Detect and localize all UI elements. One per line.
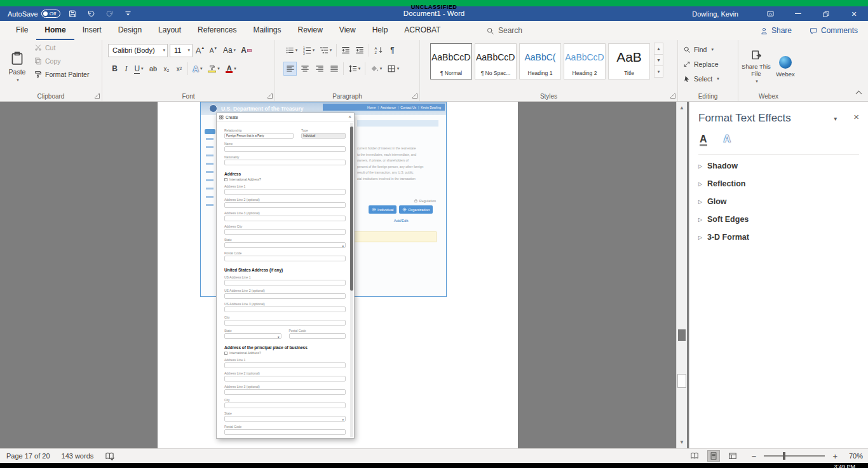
sort-button[interactable] [372, 43, 386, 57]
modal-scrollbar[interactable] [350, 123, 353, 437]
tab-mailings[interactable]: Mailings [245, 21, 289, 40]
glow-expander[interactable]: ▷ Glow [689, 193, 868, 210]
style-normal[interactable]: AaBbCcDc ¶ Normal [430, 43, 472, 79]
increase-indent-button[interactable] [353, 43, 366, 57]
select-button[interactable]: Select [683, 75, 719, 83]
add-edit-link[interactable]: Add/Edit [369, 219, 433, 223]
scroll-up-arrow[interactable]: ▲ [677, 105, 687, 111]
us-line2-input[interactable] [224, 293, 346, 299]
nav-contact-us[interactable]: Contact Us [396, 106, 416, 109]
replace-button[interactable]: Replace [683, 60, 719, 68]
style-heading-2[interactable]: AaBbCcD Heading 2 [564, 43, 606, 79]
tab-design[interactable]: Design [110, 21, 150, 40]
zoom-out-button[interactable]: − [752, 451, 757, 461]
zoom-slider-thumb[interactable] [783, 452, 785, 460]
font-color-button[interactable]: A [223, 62, 239, 76]
principal-city-input[interactable] [224, 403, 346, 408]
tab-home[interactable]: Home [36, 21, 74, 40]
address-line1-input[interactable] [224, 189, 346, 195]
borders-button[interactable] [385, 62, 401, 76]
address-line2-input[interactable] [224, 202, 346, 208]
clear-formatting-button[interactable]: A [240, 43, 253, 57]
nationality-input[interactable] [224, 160, 346, 165]
tab-view[interactable]: View [331, 21, 364, 40]
scroll-down-arrow[interactable]: ▼ [677, 439, 687, 445]
taskbar[interactable]: 3:49 PM [0, 463, 868, 468]
us-postal-input[interactable] [289, 333, 346, 339]
styles-scroll-up-button[interactable]: ▲ [654, 43, 663, 55]
name-input[interactable] [224, 146, 346, 152]
document-scrollbar[interactable]: ▲ ▼ [676, 102, 687, 448]
web-layout-button[interactable] [726, 450, 739, 462]
signed-in-user[interactable]: Dowling, Kevin [692, 10, 738, 18]
webex-button[interactable]: Webex [774, 43, 797, 91]
format-painter-button[interactable]: Format Painter [34, 71, 89, 78]
us-state-select[interactable] [224, 333, 281, 339]
organization-button[interactable]: Organization [399, 205, 433, 214]
word-count[interactable]: 143 words [62, 452, 94, 460]
nav-user[interactable]: Kevin Dowling [416, 106, 441, 109]
text-fill-outline-icon[interactable]: A [700, 134, 707, 146]
nav-assistance[interactable]: Assistance [376, 106, 396, 109]
us-line1-input[interactable] [224, 280, 346, 286]
paste-button[interactable]: Paste [4, 43, 31, 91]
styles-dialog-launcher[interactable] [670, 93, 675, 99]
shrink-font-button[interactable]: A▼ [208, 43, 219, 57]
zoom-slider[interactable] [764, 455, 825, 457]
minimize-button[interactable] [784, 6, 812, 21]
tab-file[interactable]: File [8, 21, 36, 40]
font-size-combo[interactable]: 11 [170, 44, 193, 57]
bullets-button[interactable] [283, 43, 299, 57]
us-city-input[interactable] [224, 320, 346, 326]
tab-insert[interactable]: Insert [74, 21, 110, 40]
principal-postal-input[interactable] [224, 429, 346, 435]
ribbon-display-options-button[interactable] [756, 6, 784, 21]
text-effects-button[interactable]: A [191, 62, 205, 76]
underline-button[interactable]: U [132, 62, 146, 76]
relationship-select[interactable]: Foreign Person that is a Party [224, 133, 294, 139]
scrollbar-thumb[interactable] [677, 374, 686, 388]
comments-button[interactable]: Comments [810, 26, 858, 35]
style-title[interactable]: AaB Title [608, 43, 650, 79]
align-center-button[interactable] [298, 62, 311, 76]
align-left-button[interactable] [283, 62, 297, 76]
find-button[interactable]: Find [683, 46, 714, 53]
principal-line2-input[interactable] [224, 376, 346, 382]
nav-home[interactable]: Home [367, 106, 376, 109]
italic-button[interactable]: I [121, 62, 131, 76]
us-line3-input[interactable] [224, 306, 346, 312]
document-page[interactable]: U.S. Department of the Treasury Home Ass… [158, 102, 518, 448]
style-no-spacing[interactable]: AaBbCcDc ¶ No Spac... [475, 43, 517, 79]
decrease-indent-button[interactable] [339, 43, 352, 57]
strikethrough-button[interactable]: ab [147, 62, 159, 76]
show-formatting-marks-button[interactable]: ¶ [387, 43, 398, 57]
multilevel-list-button[interactable] [318, 43, 334, 57]
modal-close-button[interactable]: × [348, 114, 351, 120]
change-case-button[interactable]: Aa [221, 43, 238, 57]
paragraph-dialog-launcher[interactable] [412, 93, 417, 99]
tab-review[interactable]: Review [289, 21, 330, 40]
principal-international-checkbox[interactable]: International Address? [224, 351, 346, 355]
copy-button[interactable]: Copy [34, 57, 89, 65]
line-spacing-button[interactable] [346, 62, 362, 76]
align-right-button[interactable] [313, 62, 326, 76]
highlight-color-button[interactable] [206, 62, 222, 76]
subscript-button[interactable]: x₂ [161, 62, 172, 76]
bold-button[interactable]: B [109, 62, 120, 76]
international-address-checkbox[interactable]: International Address? [224, 177, 346, 181]
share-button[interactable]: Share [760, 26, 792, 35]
text-effects-tab-icon[interactable]: A [724, 134, 731, 146]
close-button[interactable]: × [840, 6, 868, 21]
address-line3-input[interactable] [224, 216, 346, 221]
superscript-button[interactable]: x² [173, 62, 185, 76]
zoom-in-button[interactable]: + [832, 451, 837, 461]
soft-edges-expander[interactable]: ▷ Soft Edges [689, 210, 868, 228]
font-name-combo[interactable]: Calibri (Body) [108, 44, 168, 57]
postal-code-input[interactable] [224, 256, 346, 261]
pane-close-button[interactable]: × [853, 112, 859, 121]
style-heading-1[interactable]: AaBbC( Heading 1 [519, 43, 561, 79]
modal-scrollbar-thumb[interactable] [350, 127, 353, 291]
print-layout-button[interactable] [707, 450, 720, 462]
numbering-button[interactable] [301, 43, 316, 57]
styles-more-button[interactable]: ▾ [654, 65, 663, 78]
